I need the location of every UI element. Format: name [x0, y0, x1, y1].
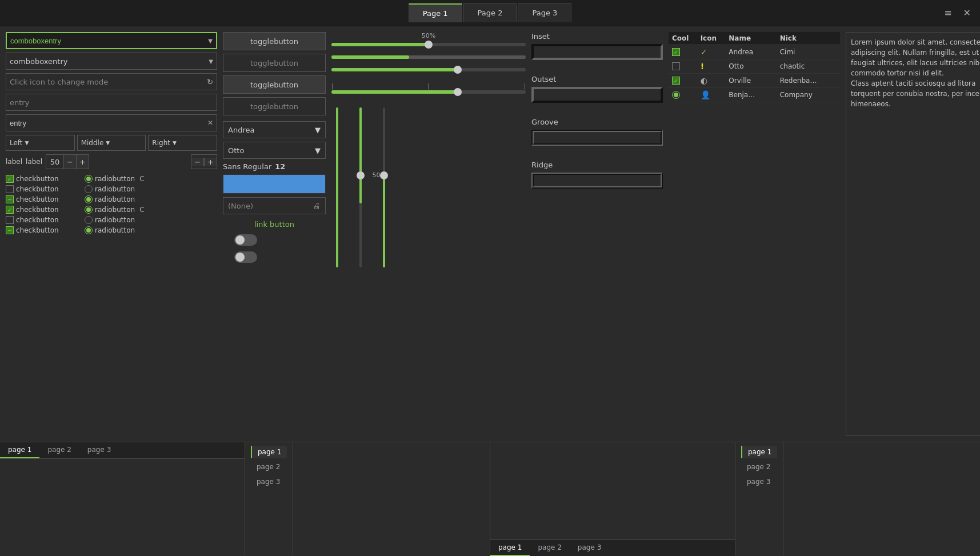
checkbutton-1[interactable]: checkbutton [6, 175, 80, 183]
spinner-2[interactable]: − + [191, 154, 217, 169]
link-button[interactable]: link button [223, 218, 326, 231]
btab-3-page1[interactable]: page 1 [490, 540, 530, 556]
close-icon[interactable]: ✕ [960, 6, 974, 19]
title-bar: Page 1 Page 2 Page 3 ≡ ✕ [0, 0, 980, 26]
checkbutton-5[interactable]: checkbutton [6, 216, 80, 224]
radio-4[interactable] [85, 206, 93, 214]
checkbutton-4[interactable]: checkbutton [6, 206, 80, 214]
tree-check-3[interactable] [672, 77, 680, 85]
btab-1-page1[interactable]: page 1 [0, 442, 39, 458]
dropdown-left[interactable]: Left ▼ [6, 135, 75, 151]
radio-1[interactable] [85, 175, 93, 183]
vscale-1-track[interactable] [336, 107, 338, 267]
entry-2[interactable]: ✕ [6, 114, 217, 131]
bottom-tab-bar-1: page 1 page 2 page 3 [0, 442, 245, 459]
combo-input-1[interactable] [10, 37, 208, 45]
none-row[interactable]: (None) 🖨 [223, 197, 326, 214]
tree-radio-4[interactable] [672, 91, 680, 99]
checkbox-2[interactable] [6, 185, 14, 193]
radiobutton-6[interactable]: radiobutton [85, 226, 135, 234]
title-tab-3[interactable]: Page 3 [518, 3, 571, 22]
vscale-3-track[interactable] [383, 107, 385, 267]
combo-entry-1[interactable]: ▼ [6, 32, 217, 49]
checkbox-5[interactable] [6, 216, 14, 224]
toggle-btn-2[interactable]: togglebutton [223, 54, 326, 72]
btab-3-page2[interactable]: page 2 [530, 540, 569, 556]
checkbox-6[interactable] [6, 226, 14, 234]
vtab-4-page3[interactable]: page 3 [741, 475, 777, 488]
hscale-3-thumb[interactable] [454, 66, 462, 74]
checkbutton-label-2: checkbutton [16, 185, 59, 193]
btab-3-page3[interactable]: page 3 [570, 540, 609, 556]
tree-row-3[interactable]: ◐ Orville Redenba… [669, 74, 840, 88]
tree-check-1[interactable] [672, 48, 680, 56]
vtab-4-page1[interactable]: page 1 [741, 446, 777, 458]
btab-1-page3[interactable]: page 3 [79, 442, 119, 458]
hscale-1-thumb[interactable] [425, 41, 433, 49]
combo-arrow-1[interactable]: ▼ [208, 38, 213, 44]
tree-icon-1: ✓ [701, 47, 707, 57]
vscale-2-track[interactable] [359, 107, 362, 267]
radiobutton-1[interactable]: radiobutton [85, 175, 135, 183]
hscale-2-track[interactable] [331, 55, 526, 59]
spinner2-minus[interactable]: − [191, 158, 204, 166]
tree-row-1[interactable]: ✓ Andrea Cimi [669, 45, 840, 59]
check-radio-row-6: checkbutton radiobutton [6, 226, 217, 234]
radiobutton-2[interactable]: radiobutton [85, 185, 135, 193]
hscale-4-track[interactable] [331, 90, 526, 94]
checkbox-4[interactable] [6, 206, 14, 214]
radio-3[interactable] [85, 195, 93, 203]
dropdown-otto[interactable]: Otto ▼ [223, 142, 326, 159]
combo-icon-btn[interactable]: ↻ [207, 78, 213, 86]
vtab-2-page2[interactable]: page 2 [251, 461, 287, 473]
entry-2-input[interactable] [10, 119, 207, 127]
entry-1-placeholder: entry [10, 98, 29, 107]
radiobutton-3[interactable]: radiobutton [85, 195, 135, 203]
vscale-2-thumb[interactable] [357, 171, 365, 179]
radio-2[interactable] [85, 185, 93, 193]
vtab-4-page2[interactable]: page 2 [741, 461, 777, 473]
tree-row-4[interactable]: 👤 Benja… Company [669, 88, 840, 102]
color-button[interactable] [223, 174, 326, 194]
dropdown-right[interactable]: Right ▼ [148, 135, 217, 151]
bottom-panel-1: page 1 page 2 page 3 [0, 442, 245, 556]
tree-check-2[interactable] [672, 62, 680, 70]
text-area[interactable]: Lorem ipsum dolor sit amet, consectetur … [846, 32, 980, 436]
menu-icon[interactable]: ≡ [941, 6, 955, 19]
vscale-3-thumb[interactable] [380, 171, 388, 179]
radio-6[interactable] [85, 226, 93, 234]
radiobutton-5[interactable]: radiobutton [85, 216, 135, 224]
combo-entry-2[interactable]: comboboxentry ▼ [6, 53, 217, 70]
toggle-btn-4[interactable]: togglebutton [223, 97, 326, 115]
spinner2-plus[interactable]: + [204, 158, 217, 166]
radio-5[interactable] [85, 216, 93, 224]
btab-1-page2[interactable]: page 2 [39, 442, 79, 458]
checkbox-1[interactable] [6, 175, 14, 183]
checkbox-3[interactable] [6, 195, 14, 203]
toggle-btn-3[interactable]: togglebutton [223, 75, 326, 94]
dropdown-andrea[interactable]: Andrea ▼ [223, 121, 326, 138]
title-tab-2[interactable]: Page 2 [463, 3, 517, 22]
toggle-btn-1[interactable]: togglebutton [223, 32, 326, 50]
dropdown-middle[interactable]: Middle ▼ [77, 135, 146, 151]
entry-2-clear[interactable]: ✕ [207, 119, 213, 127]
title-tab-1[interactable]: Page 1 [409, 3, 462, 22]
switch-1[interactable] [234, 234, 257, 246]
switch-2[interactable] [234, 251, 257, 263]
spinner-minus[interactable]: − [63, 155, 76, 169]
spinner-plus[interactable]: + [76, 155, 89, 169]
radiobutton-4[interactable]: radiobutton [85, 206, 135, 214]
checkbutton-3[interactable]: checkbutton [6, 195, 80, 203]
tree-row-2[interactable]: ! Otto chaotic [669, 59, 840, 74]
combo-entry-3[interactable]: Click icon to change mode ↻ [6, 73, 217, 90]
checkbutton-6[interactable]: checkbutton [6, 226, 80, 234]
outset-title: Outset [531, 75, 663, 83]
hscale-3-track[interactable] [331, 68, 526, 71]
spinner-1[interactable]: 50 − + [46, 154, 89, 169]
hscale-4-thumb[interactable] [454, 88, 462, 96]
checkbutton-2[interactable]: checkbutton [6, 185, 80, 193]
vtab-2-page3[interactable]: page 3 [251, 475, 287, 488]
combo-arrow-2[interactable]: ▼ [209, 58, 213, 65]
hscale-1-track[interactable] [331, 43, 526, 46]
vtab-2-page1[interactable]: page 1 [251, 446, 287, 458]
